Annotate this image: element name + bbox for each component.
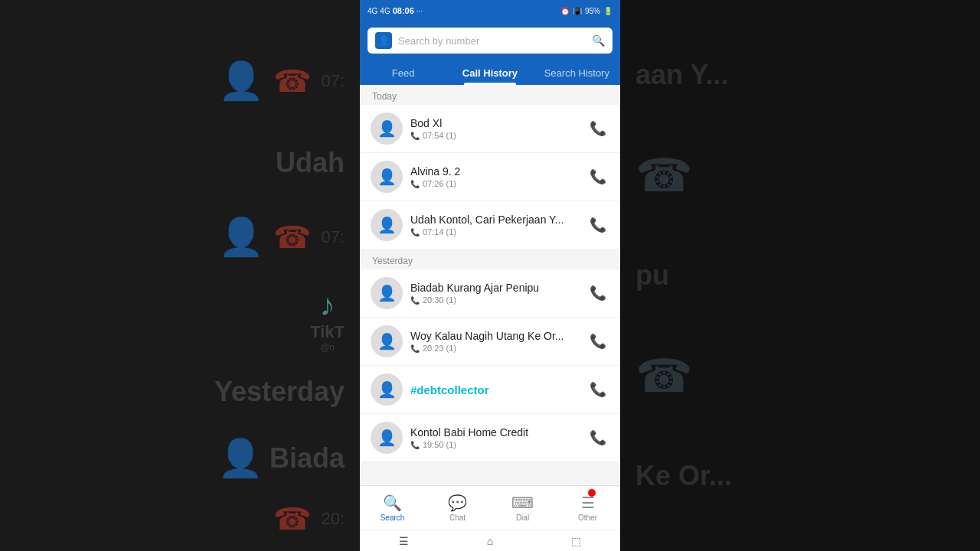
avatar: 👤 [371,277,403,309]
call-time: 20:23 (1) [423,344,456,353]
android-home-icon[interactable]: ⌂ [487,535,493,547]
tab-call-history[interactable]: Call History [446,60,533,85]
call-item[interactable]: 👤 Biadab Kurang Ajar Penipu 📞 20:30 (1) … [360,269,620,318]
call-item[interactable]: 👤 Alvina 9. 2 📞 07:26 (1) 📞 [360,153,620,201]
bg-phone-icon-1: ☎ [273,64,312,99]
call-button[interactable]: 📞 [586,378,609,401]
caller-name: Udah Kontol, Cari Pekerjaan Y... [410,214,579,226]
bg-text-1: Udah [276,147,345,178]
call-meta: 📞 07:14 (1) [410,227,579,236]
call-meta: 📞 07:54 (1) [410,131,579,140]
dial-nav-label: Dial [516,514,529,522]
avatar: 👤 [371,112,403,145]
search-input[interactable]: Search by number [398,35,586,47]
tab-feed[interactable]: Feed [360,60,446,85]
background-left: 👤 ☎ 07: Udah 👤 ☎ 07: ♪ TikT @n Yesterday… [0,0,360,551]
bg-time-1: 07: [321,71,345,91]
call-button[interactable]: 📞 [586,282,609,305]
bg-text-biada: Biada [270,442,345,474]
bg-avatar-icon-3: 👤 [217,437,263,480]
call-time: 07:54 (1) [423,131,456,140]
call-time: 07:14 (1) [423,227,456,236]
bg-right-text-2: pu [635,259,669,291]
avatar: 👤 [371,373,403,406]
call-info: Biadab Kurang Ajar Penipu 📞 20:30 (1) [410,282,579,305]
phone-frame: 4G 4G 08:06 ··· ⏰ 📳 95% 🔋 👤 Search by nu… [360,0,620,551]
call-meta: 📞 20:23 (1) [410,344,579,353]
call-info: Woy Kalau Nagih Utang Ke Or... 📞 20:23 (… [410,330,579,353]
dots-menu: ··· [416,7,423,15]
status-left: 4G 4G 08:06 ··· [368,6,423,15]
call-time: 07:26 (1) [423,179,456,188]
call-item[interactable]: 👤 Woy Kalau Nagih Utang Ke Or... 📞 20:23… [360,318,620,366]
call-phone-icon: 📞 [410,344,420,353]
call-info: Alvina 9. 2 📞 07:26 (1) [410,165,579,188]
chat-nav-label: Chat [449,514,466,522]
call-phone-icon: 📞 [410,441,420,449]
nav-other[interactable]: ☰ Other [555,486,620,530]
nav-search[interactable]: 🔍 Search [360,486,425,530]
bg-phone-icon-3: ☎ [273,501,312,536]
call-item[interactable]: 👤 Kontol Babi Home Credit 📞 19:50 (1) 📞 [360,414,620,462]
other-nav-label: Other [578,514,597,522]
caller-name: Biadab Kurang Ajar Penipu [410,282,579,294]
avatar: 👤 [371,325,403,357]
search-input-wrap[interactable]: 👤 Search by number 🔍 [368,28,612,54]
battery-icon: 🔋 [603,7,612,15]
nav-chat[interactable]: 💬 Chat [425,486,490,530]
bg-text-yesterday: Yesterday [214,376,345,407]
call-meta: 📞 20:30 (1) [410,295,579,305]
caller-name: Bod Xl [410,117,579,129]
bg-right-text-1: aan Y... [635,59,728,90]
call-info: Kontol Babi Home Credit 📞 19:50 (1) [410,426,579,449]
bg-time-2: 07: [321,227,345,247]
battery-label: 95% [585,7,600,15]
caller-name: #debtcollector [410,383,579,396]
android-menu-icon[interactable]: ☰ [399,535,409,547]
search-icon[interactable]: 🔍 [592,34,605,47]
signal-icon: 4G [368,7,377,15]
call-info: Bod Xl 📞 07:54 (1) [410,117,579,140]
bg-right-text-3: Ke Or... [635,460,732,491]
avatar: 👤 [371,161,403,193]
android-back-icon[interactable]: ⬚ [571,535,581,547]
bg-avatar-icon: 👤 [218,60,264,103]
vibrate-icon: 📳 [573,7,582,15]
caller-name: Alvina 9. 2 [410,165,579,178]
caller-name: Kontol Babi Home Credit [410,426,579,439]
section-header-today: Today [360,85,620,105]
background-right: aan Y... ☎ pu ☎ Ke Or... [620,0,980,551]
call-item[interactable]: 👤 #debtcollector 📞 [360,366,620,414]
status-time: 08:06 [393,6,414,15]
call-button[interactable]: 📞 [586,165,609,188]
call-info: #debtcollector [410,383,579,396]
android-nav-bar: ☰ ⌂ ⬚ [360,530,620,551]
search-nav-label: Search [381,514,405,522]
call-button[interactable]: 📞 [586,214,609,236]
bg-time-3: 20: [321,509,345,529]
bottom-nav: 🔍 Search 💬 Chat ⌨ Dial ☰ Other [360,485,620,530]
tab-search-history[interactable]: Search History [534,60,620,85]
call-phone-icon: 📞 [410,132,420,140]
call-meta: 📞 19:50 (1) [410,440,579,449]
nav-dial[interactable]: ⌨ Dial [490,486,555,530]
caller-name: Woy Kalau Nagih Utang Ke Or... [410,330,579,342]
call-info: Udah Kontol, Cari Pekerjaan Y... 📞 07:14… [410,214,579,236]
call-phone-icon: 📞 [410,296,420,305]
call-item[interactable]: 👤 Bod Xl 📞 07:54 (1) 📞 [360,105,620,153]
call-button[interactable]: 📞 [586,426,609,449]
status-right: ⏰ 📳 95% 🔋 [560,7,612,15]
call-item[interactable]: 👤 Udah Kontol, Cari Pekerjaan Y... 📞 07:… [360,201,620,249]
call-button[interactable]: 📞 [586,330,609,353]
status-bar: 4G 4G 08:06 ··· ⏰ 📳 95% 🔋 [360,0,620,21]
search-bar: 👤 Search by number 🔍 [360,21,620,60]
avatar: 👤 [371,422,403,454]
call-meta: 📞 07:26 (1) [410,179,579,188]
search-nav-icon: 🔍 [383,494,402,512]
chat-nav-icon: 💬 [448,494,467,512]
call-phone-icon: 📞 [410,180,420,188]
call-button[interactable]: 📞 [586,117,609,140]
section-header-yesterday: Yesterday [360,249,620,269]
contact-icon: 👤 [375,32,392,49]
call-time: 19:50 (1) [423,440,456,449]
